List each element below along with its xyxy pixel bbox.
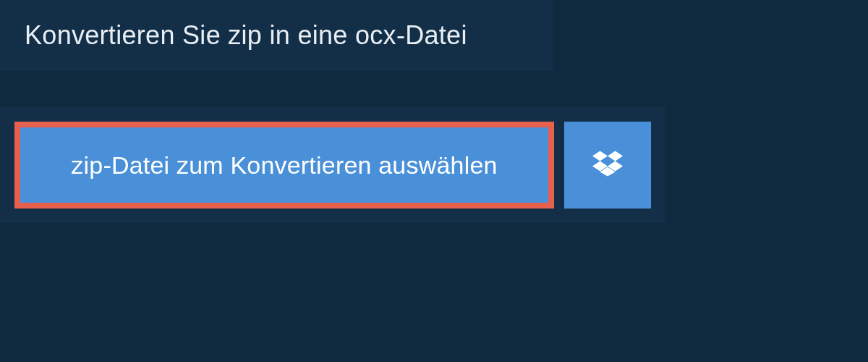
dropbox-button[interactable] [564,122,651,209]
select-file-label: zip-Datei zum Konvertieren auswählen [71,151,497,180]
page-title: Konvertieren Sie zip in eine ocx-Datei [25,20,529,51]
header-bar: Konvertieren Sie zip in eine ocx-Datei [0,0,553,71]
button-container: zip-Datei zum Konvertieren auswählen [0,107,665,223]
dropbox-icon [592,148,623,182]
select-file-button[interactable]: zip-Datei zum Konvertieren auswählen [14,122,554,209]
